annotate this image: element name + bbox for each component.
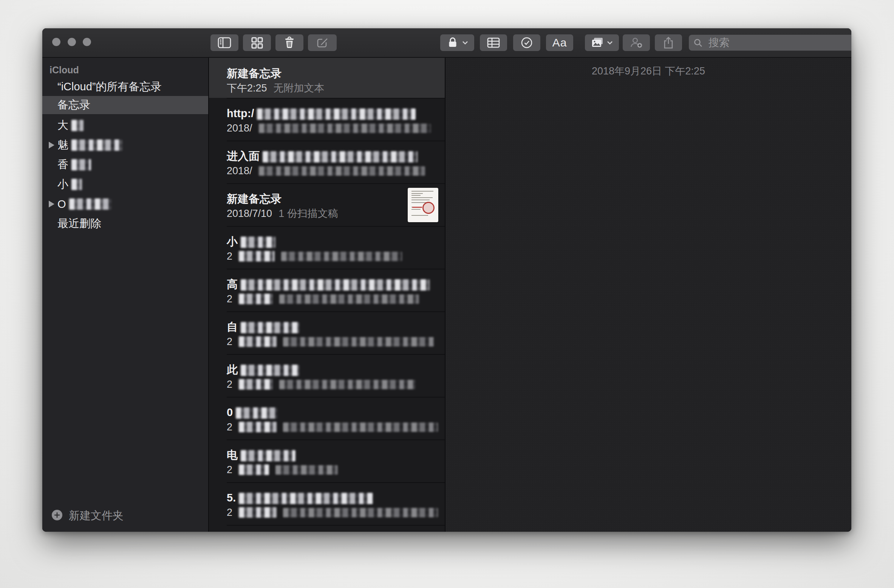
redacted-text [239, 379, 273, 390]
row-divider [227, 226, 445, 227]
note-list-item[interactable]: 进入面2018/ [209, 141, 445, 183]
note-list-item[interactable]: 新建备忘录2018/7/101 份扫描文稿 [209, 183, 445, 226]
note-list-item[interactable]: 5.2 [209, 482, 445, 525]
redacted-text [71, 120, 84, 131]
redacted-text [239, 507, 277, 518]
row-divider [227, 98, 445, 99]
note-time: 2 [227, 506, 232, 518]
add-people-button[interactable] [623, 34, 650, 51]
note-date-header: 2018年9月26日 下午2:25 [445, 64, 851, 78]
icloud-section-header: iCloud [49, 65, 79, 76]
sidebar-item-label: 备忘录 [57, 97, 90, 113]
note-list-item[interactable]: 02 [209, 397, 445, 439]
zoom-button[interactable] [83, 38, 91, 46]
search-input[interactable] [689, 35, 851, 51]
sidebar-item[interactable]: O [42, 194, 208, 214]
row-divider [227, 269, 445, 269]
note-title: http:/ [227, 98, 439, 120]
redacted-text [279, 380, 415, 389]
notes-list: 新建备忘录下午2:25无附加文本http:/2018/进入面2018/新建备忘录… [209, 58, 445, 532]
note-list-item[interactable]: http:/2018/ [209, 98, 445, 141]
delete-note-button[interactable] [275, 34, 303, 51]
note-time: 2018/ [227, 122, 252, 134]
media-browser-button[interactable] [585, 34, 619, 51]
note-time: 下午2:25 [227, 82, 267, 94]
note-editor[interactable]: 2018年9月26日 下午2:25 [445, 58, 851, 532]
disclosure-triangle-icon[interactable] [49, 142, 54, 149]
red-stamp [422, 202, 435, 214]
note-subtitle: 2 [227, 293, 439, 305]
note-list-item[interactable]: 新建备忘录下午2:25无附加文本 [209, 58, 445, 98]
sidebar-item[interactable]: 备忘录 [42, 96, 208, 114]
check-circle-icon [520, 36, 533, 49]
folders-sidebar: iCloud “iCloud”的所有备忘录备忘录大魅香小O最近删除 新建文件夹 [42, 58, 209, 532]
row-divider [227, 439, 445, 440]
redacted-text [71, 159, 91, 170]
note-list-item[interactable]: 电2 [209, 439, 445, 482]
note-list-item[interactable]: 此2 [209, 354, 445, 397]
toggle-sidebar-button[interactable] [210, 34, 238, 51]
note-list-item[interactable]: 小2 [209, 226, 445, 269]
sidebar-item-label: “iCloud”的所有备忘录 [57, 79, 162, 94]
sidebar-item[interactable]: 魅 [42, 135, 208, 155]
sidebar-item[interactable]: 最近删除 [42, 214, 208, 234]
compose-icon [316, 36, 329, 49]
note-list-item[interactable]: 自2 [209, 311, 445, 354]
redacted-text [71, 139, 122, 151]
new-folder-button[interactable]: 新建文件夹 [51, 508, 124, 523]
sidebar-item[interactable]: 大 [42, 116, 208, 135]
redacted-text [239, 422, 277, 432]
photos-icon [591, 36, 604, 49]
redacted-text [281, 252, 402, 261]
insert-table-button[interactable] [480, 34, 507, 51]
note-time: 2 [227, 336, 232, 348]
format-aa-label: Aa [552, 36, 567, 49]
checklist-button[interactable] [513, 34, 540, 51]
note-subtitle: 2 [227, 421, 439, 433]
person-add-icon [629, 36, 643, 49]
sidebar-item[interactable]: 香 [42, 155, 208, 175]
close-button[interactable] [52, 38, 60, 46]
sidebar-item-label: 大 [57, 118, 68, 133]
redacted-text [263, 151, 418, 162]
sidebar-item[interactable]: 小 [42, 175, 208, 194]
redacted-text [275, 465, 338, 475]
redacted-text [241, 237, 275, 248]
notes-app-window: Aa iCloud “iCloud”的所有备忘录备忘录大魅香小O最近删除 新建文… [42, 28, 851, 532]
scanned-document-thumbnail[interactable] [408, 188, 438, 222]
row-divider [227, 311, 445, 312]
grid-view-icon [251, 36, 263, 49]
note-title: 新建备忘录 [227, 58, 439, 80]
note-title: 5. [227, 482, 439, 504]
gallery-view-button[interactable] [243, 34, 271, 51]
minimize-button[interactable] [68, 38, 76, 46]
lock-icon [446, 36, 459, 49]
note-subtitle: 2 [227, 506, 439, 518]
sidebar-item[interactable]: “iCloud”的所有备忘录 [42, 78, 208, 96]
share-button[interactable] [655, 34, 682, 51]
note-list-item[interactable]: 高2 [209, 269, 445, 311]
sidebar-item-label: O [57, 198, 66, 210]
redacted-text [239, 464, 269, 475]
redacted-text [69, 198, 111, 210]
redacted-text [279, 294, 419, 304]
redacted-text [283, 422, 438, 432]
disclosure-triangle-icon[interactable] [49, 201, 54, 207]
sidebar-toggle-icon [217, 37, 232, 49]
format-button[interactable]: Aa [546, 34, 573, 51]
note-title: 0 [227, 397, 439, 419]
sidebar-items: “iCloud”的所有备忘录备忘录大魅香小O最近删除 [42, 78, 208, 234]
new-folder-label: 新建文件夹 [69, 508, 124, 523]
trash-icon [283, 36, 296, 49]
row-divider [227, 183, 445, 184]
sidebar-item-label: 香 [57, 157, 68, 172]
note-time: 2018/ [227, 165, 252, 177]
note-title: 小 [227, 226, 439, 248]
lock-note-button[interactable] [440, 34, 474, 51]
note-subtitle: 2 [227, 464, 439, 476]
new-note-button[interactable] [308, 34, 337, 51]
note-subtitle: 2018/7/101 份扫描文稿 [227, 207, 439, 220]
note-subtitle: 2 [227, 336, 439, 348]
redacted-text [259, 124, 431, 133]
row-divider [227, 397, 445, 398]
